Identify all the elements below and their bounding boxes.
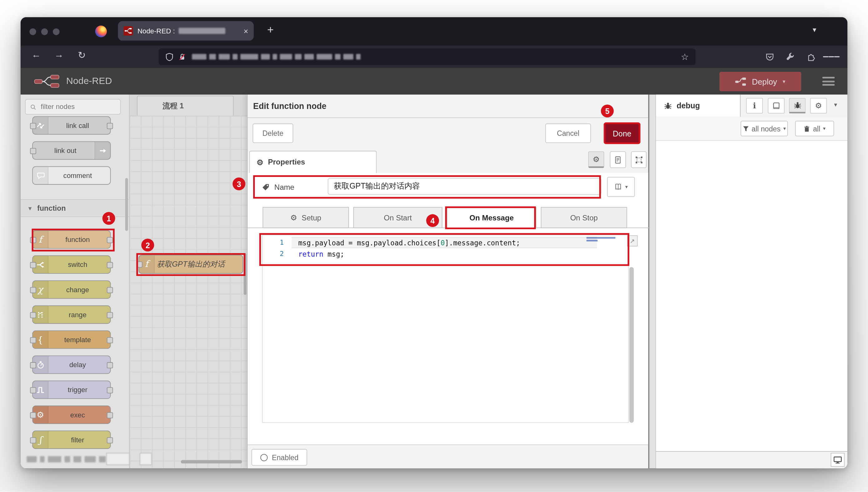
flow-canvas[interactable]: 流程 1 f 获取GPT输出的对话 (130, 95, 247, 469)
code-line-1[interactable]: 1msg.payload = msg.payload.choices[0].me… (263, 237, 628, 248)
open-debug-window-button[interactable] (831, 453, 845, 467)
node-output-port[interactable] (107, 437, 113, 444)
minimize-window-button[interactable] (41, 28, 48, 35)
back-button[interactable]: ← (27, 50, 45, 61)
palette-scrollbar[interactable] (125, 178, 128, 231)
edit-properties-gear-button[interactable]: ⚙ (588, 151, 604, 168)
node-input-port[interactable] (30, 262, 36, 268)
palette-node-switch[interactable]: switch (32, 255, 110, 274)
deploy-button[interactable]: Deploy ▾ (719, 72, 801, 91)
editor-scrollbar[interactable] (629, 267, 634, 423)
node-input-port[interactable] (30, 287, 36, 293)
node-input-port[interactable] (30, 312, 36, 318)
reload-button[interactable]: ↻ (73, 50, 91, 61)
node-input-port[interactable] (30, 123, 36, 129)
config-nodes-button[interactable]: ⚙ (810, 98, 827, 114)
tab-overflow-chevron-icon[interactable]: ▾ (813, 26, 817, 34)
node-input-port[interactable] (30, 362, 36, 368)
enabled-toggle-button[interactable]: Enabled (251, 449, 307, 465)
node-output-port[interactable] (107, 123, 113, 129)
canvas-horizontal-scrollbar[interactable] (181, 460, 242, 464)
macos-traffic-lights[interactable] (29, 28, 59, 35)
wrench-icon[interactable] (782, 48, 798, 65)
node-input-port[interactable] (30, 237, 36, 243)
palette-node-range[interactable]: range (32, 305, 110, 324)
node-input-port[interactable] (30, 148, 36, 154)
zoom-window-button[interactable] (53, 28, 59, 35)
appearance-select-button[interactable] (631, 151, 647, 168)
delete-button[interactable]: Delete (253, 124, 293, 143)
forward-button[interactable]: → (50, 50, 68, 61)
node-red-header: Node-RED Deploy ▾ (21, 68, 847, 95)
new-tab-button[interactable]: + (263, 23, 278, 36)
insecure-lock-icon[interactable] (178, 52, 187, 61)
palette-search-input[interactable] (40, 102, 116, 112)
canvas-grid[interactable] (130, 116, 247, 469)
debug-messages-button[interactable] (789, 98, 805, 114)
deploy-chevron-icon[interactable]: ▾ (783, 78, 786, 84)
node-input-port[interactable] (30, 337, 36, 343)
bookmark-star-icon[interactable]: ☆ (681, 51, 689, 62)
node-input-port[interactable] (30, 437, 36, 444)
node-output-port[interactable] (107, 287, 113, 293)
node-input-port[interactable] (137, 262, 143, 268)
palette-node-exec[interactable]: ⚙exec (32, 405, 110, 424)
canvas-vertical-scrollbar[interactable] (244, 253, 247, 295)
name-help-book-button[interactable]: ▾ (607, 177, 635, 197)
node-output-port[interactable] (107, 362, 113, 368)
palette-node-filter[interactable]: ʃfilter (32, 430, 110, 449)
name-input[interactable] (328, 178, 602, 195)
palette-node-delay[interactable]: delay (32, 355, 110, 374)
chevron-down-icon: ▾ (823, 126, 825, 131)
palette-node-comment[interactable]: comment (32, 166, 110, 185)
code-editor[interactable]: 1msg.payload = msg.payload.choices[0].me… (262, 235, 628, 423)
debug-clear-button[interactable]: all ▾ (795, 121, 834, 137)
palette-node-link-call[interactable]: link call (32, 116, 110, 134)
tab-on-message[interactable]: On Message (447, 207, 537, 228)
node-input-port[interactable] (30, 412, 36, 418)
palette-search[interactable] (25, 99, 121, 115)
panel-resizer[interactable] (649, 95, 656, 469)
tab-setup[interactable]: ⚙Setup (263, 207, 349, 228)
node-output-port[interactable] (107, 412, 113, 418)
tab-on-stop[interactable]: On Stop (541, 207, 627, 228)
node-output-port[interactable] (107, 312, 113, 318)
palette-node-label: template (48, 331, 107, 348)
node-output-port[interactable] (107, 387, 113, 393)
tab-close-icon[interactable]: × (244, 27, 248, 35)
close-window-button[interactable] (29, 28, 36, 35)
description-doc-button[interactable] (610, 151, 626, 168)
canvas-zoom-control-redacted (106, 453, 130, 465)
node-red-menu-icon[interactable] (822, 77, 835, 88)
extensions-puzzle-icon[interactable] (802, 48, 819, 65)
help-book-button[interactable] (768, 98, 784, 114)
palette-node-change[interactable]: χchange (32, 280, 110, 299)
url-bar[interactable]: ☆ (158, 48, 696, 65)
palette-node-trigger[interactable]: trigger (32, 380, 110, 399)
canvas-function-node[interactable]: f 获取GPT输出的对话 (139, 255, 243, 274)
tab-debug[interactable]: debug (656, 95, 741, 117)
tab-properties[interactable]: ⚙ Properties (249, 151, 376, 173)
tracking-shield-icon[interactable] (165, 52, 174, 61)
browser-tab-node-red[interactable]: Node-RED : × (118, 21, 254, 41)
debug-filter-button[interactable]: all nodes ▾ (741, 121, 788, 137)
pocket-icon[interactable] (761, 48, 778, 65)
palette-node-template[interactable]: {template (32, 330, 110, 349)
node-output-port[interactable] (107, 337, 113, 343)
function-editor-tabs: ⚙SetupOn StartOn MessageOn Stop (248, 206, 650, 228)
node-input-port[interactable] (30, 387, 36, 393)
step-badge-3: 3 (232, 177, 245, 190)
node-output-port[interactable] (107, 237, 113, 243)
palette-node-function[interactable]: ffunction (32, 230, 110, 249)
node-output-port[interactable] (107, 262, 113, 268)
palette-node-label: link out (35, 142, 95, 159)
palette-node-link-out[interactable]: link out (32, 142, 110, 160)
flow-tab[interactable]: 流程 1 (137, 96, 233, 116)
firefox-menu-icon[interactable] (823, 48, 840, 65)
editor-expand-button[interactable]: ↗ (627, 236, 638, 247)
done-button[interactable]: Done (604, 122, 641, 144)
code-line-2[interactable]: 2return msg; (263, 248, 628, 260)
cancel-button[interactable]: Cancel (545, 124, 591, 143)
info-button[interactable]: i (746, 98, 763, 114)
sidebar-options-chevron-icon[interactable]: ▾ (834, 101, 837, 108)
